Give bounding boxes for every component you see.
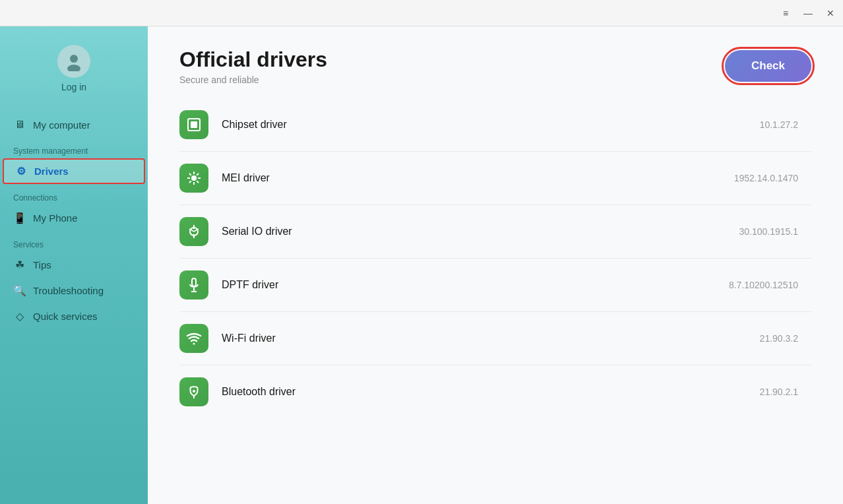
driver-name: Serial IO driver [222,226,726,237]
svg-point-21 [193,390,195,393]
driver-name: MEI driver [222,172,721,184]
driver-icon [179,377,208,406]
svg-point-1 [67,65,80,71]
drivers-label: Drivers [34,166,69,177]
sidebar: Log in 🖥 My computer System management ⚙… [0,26,148,504]
services-section: Services [0,231,148,252]
svg-point-4 [191,175,197,181]
driver-version: 30.100.1915.1 [739,226,798,237]
driver-item: Wi-Fi driver 21.90.3.2 [179,312,811,365]
menu-icon[interactable]: ≡ [780,7,792,19]
driver-version: 21.90.2.1 [760,387,798,397]
app-container: Log in 🖥 My computer System management ⚙… [0,26,843,504]
troubleshooting-icon: 🔍 [13,284,26,297]
login-label: Log in [61,82,86,92]
page-title: Official drivers [179,47,327,72]
avatar [57,45,90,78]
troubleshooting-label: Troubleshooting [33,285,104,296]
sidebar-item-drivers[interactable]: ⚙ Drivers [3,158,145,184]
minimize-button[interactable]: — [802,7,814,19]
svg-line-12 [189,181,191,183]
driver-icon [179,324,208,353]
connections-section: Connections [0,184,148,205]
computer-icon: 🖥 [13,119,26,131]
driver-icon [179,110,208,139]
user-profile[interactable]: Log in [0,26,148,106]
driver-version: 10.1.27.2 [760,119,798,130]
drivers-list: Chipset driver 10.1.27.2 MEI driver 1952… [148,98,843,504]
driver-item: MEI driver 1952.14.0.1470 [179,152,811,205]
tips-icon: ☘ [13,259,26,271]
titlebar: ≡ — ✕ [0,0,843,26]
quick-services-label: Quick services [33,311,98,322]
drivers-icon: ⚙ [15,165,28,177]
driver-name: Bluetooth driver [222,386,747,398]
driver-icon [179,217,208,246]
sidebar-item-my-computer[interactable]: 🖥 My computer [0,112,148,137]
svg-line-11 [197,173,199,175]
sidebar-item-my-phone[interactable]: 📱 My Phone [0,205,148,231]
my-computer-label: My computer [33,119,90,131]
driver-item: Serial IO driver 30.100.1915.1 [179,205,811,259]
svg-line-9 [189,173,191,175]
driver-item: DPTF driver 8.7.10200.12510 [179,259,811,312]
driver-version: 1952.14.0.1470 [734,173,798,183]
phone-icon: 📱 [13,212,26,224]
driver-name: Wi-Fi driver [222,332,747,344]
header-text: Official drivers Secure and reliable [179,47,327,85]
driver-version: 21.90.3.2 [760,333,798,344]
system-management-section: System management [0,137,148,158]
content-header: Official drivers Secure and reliable Che… [148,26,843,98]
driver-name: Chipset driver [222,119,747,131]
driver-version: 8.7.10200.12510 [729,280,798,290]
check-button[interactable]: Check [725,50,811,82]
driver-icon [179,164,208,193]
svg-line-10 [197,181,199,183]
sidebar-nav: 🖥 My computer System management ⚙ Driver… [0,106,148,504]
quick-services-icon: ◇ [13,310,26,323]
svg-point-0 [70,55,78,63]
driver-icon [179,270,208,299]
svg-rect-16 [192,278,196,286]
svg-rect-3 [191,121,197,128]
sidebar-item-quick-services[interactable]: ◇ Quick services [0,303,148,329]
page-subtitle: Secure and reliable [179,75,327,85]
main-content: Official drivers Secure and reliable Che… [148,26,843,504]
my-phone-label: My Phone [33,212,78,224]
tips-label: Tips [33,259,51,270]
close-button[interactable]: ✕ [825,7,836,19]
driver-name: DPTF driver [222,279,716,291]
driver-item: Chipset driver 10.1.27.2 [179,98,811,152]
sidebar-item-troubleshooting[interactable]: 🔍 Troubleshooting [0,278,148,303]
driver-item: Bluetooth driver 21.90.2.1 [179,365,811,418]
sidebar-item-tips[interactable]: ☘ Tips [0,252,148,278]
svg-point-19 [193,343,195,345]
